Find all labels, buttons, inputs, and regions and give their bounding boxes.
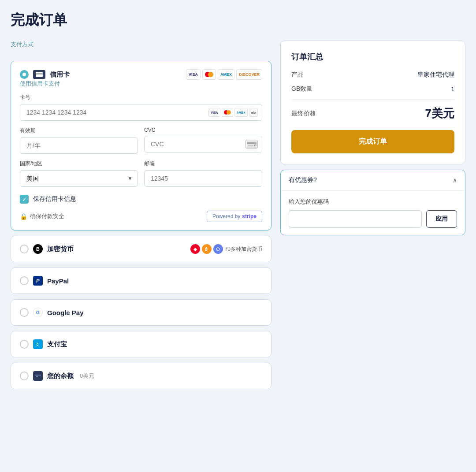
price-row: 最终价格 7美元 <box>291 106 454 121</box>
card-brand-icons: VISA AMEX DISCOVER <box>186 69 262 80</box>
credit-card-radio[interactable] <box>20 70 29 79</box>
price-value: 7美元 <box>425 106 454 121</box>
mini-elo-icon: elo <box>249 108 258 117</box>
crypto-section: B 加密货币 ◆ ₿ ⬡ 70多种加密货币 <box>11 236 271 262</box>
balance-header-left: 您的余额 0美元 <box>20 371 94 381</box>
security-row: 🔒 确保付款安全 Powered by stripe <box>20 211 262 222</box>
balance-radio[interactable] <box>20 372 29 380</box>
mini-visa-icon: VISA <box>208 108 220 117</box>
google-pay-section: G Google Pay <box>11 299 271 326</box>
zip-group: 邮编 <box>144 160 262 187</box>
zip-label: 邮编 <box>144 160 262 167</box>
expiry-group: 有效期 <box>20 127 138 154</box>
google-pay-header: G Google Pay <box>20 308 262 317</box>
crypto-icons-group: ◆ ₿ ⬡ 70多种加密货币 <box>190 244 262 254</box>
stripe-brand-label: stripe <box>242 213 257 219</box>
cvc-wrapper: 133 <box>144 136 262 152</box>
save-card-row: ✓ 保存信用卡信息 <box>20 195 262 204</box>
credit-card-label: 信用卡 <box>50 71 70 79</box>
order-summary-card: 订单汇总 产品 皇家住宅代理 GB数量 1 最终价格 7美元 完成订单 <box>280 41 465 164</box>
mini-amex-icon: AMEX <box>234 108 248 117</box>
alipay-icon: 支 <box>33 339 43 349</box>
cvc-input[interactable] <box>144 136 262 152</box>
country-zip-row: 国家/地区 美国 中国 日本 ▼ 邮编 <box>20 160 262 193</box>
country-group: 国家/地区 美国 中国 日本 ▼ <box>20 160 138 187</box>
credit-card-header: 信用卡 VISA AMEX DISCOVER <box>20 69 262 80</box>
alipay-section: 支 支付宝 <box>11 331 271 357</box>
payment-section-label: 支付方式 <box>11 41 271 48</box>
google-pay-radio[interactable] <box>20 308 29 317</box>
gb-row: GB数量 1 <box>291 85 454 93</box>
card-number-wrapper: VISA AMEX elo <box>20 104 262 121</box>
gb-value: 1 <box>451 85 454 93</box>
paypal-section: P PayPal <box>11 268 271 294</box>
coupon-label: 有优惠券? <box>289 176 317 184</box>
order-summary-title: 订单汇总 <box>291 52 454 62</box>
coupon-input-label: 输入您的优惠码 <box>289 198 457 206</box>
zip-input[interactable] <box>144 170 262 187</box>
product-label: 产品 <box>291 71 304 79</box>
save-card-checkbox[interactable]: ✓ <box>20 195 29 204</box>
svg-rect-8 <box>35 375 41 376</box>
google-pay-label: Google Pay <box>47 309 84 316</box>
security-text-group: 🔒 确保付款安全 <box>20 212 64 220</box>
country-select[interactable]: 美国 中国 日本 <box>20 170 138 187</box>
svg-text:支: 支 <box>35 342 40 347</box>
eth-icon: ⬡ <box>213 244 223 254</box>
cvc-label: CVC <box>144 127 262 133</box>
coupon-input-row: 应用 <box>289 210 457 228</box>
security-text: 确保付款安全 <box>30 212 64 220</box>
country-select-wrapper: 美国 中国 日本 ▼ <box>20 170 138 187</box>
crypto-radio[interactable] <box>20 245 29 253</box>
balance-icon <box>33 371 43 381</box>
balance-amount: 0美元 <box>80 372 94 380</box>
alipay-header: 支 支付宝 <box>20 339 262 349</box>
discover-icon: DISCOVER <box>236 69 262 80</box>
coupon-card: 有优惠券? ∧ 输入您的优惠码 应用 <box>280 170 465 235</box>
svg-rect-4 <box>248 145 253 146</box>
svg-rect-1 <box>36 73 43 74</box>
crypto-b-icon: B <box>33 244 43 254</box>
cvc-card-icon: 133 <box>245 140 258 149</box>
mastercard-icon <box>202 69 216 80</box>
expiry-cvc-row: 有效期 CVC 133 <box>20 127 262 160</box>
balance-section: 您的余额 0美元 <box>11 363 271 389</box>
expiry-label: 有效期 <box>20 127 138 134</box>
alipay-label: 支付宝 <box>47 340 67 349</box>
paypal-radio[interactable] <box>20 276 29 285</box>
svg-rect-9 <box>36 376 38 377</box>
expiry-input[interactable] <box>20 137 138 154</box>
alipay-radio[interactable] <box>20 340 29 349</box>
credit-card-header-left: 信用卡 <box>20 70 70 79</box>
lock-icon: 🔒 <box>20 213 27 220</box>
credit-card-icon <box>33 70 45 79</box>
apply-coupon-button[interactable]: 应用 <box>426 210 457 228</box>
cvc-group: CVC 133 <box>144 127 262 154</box>
coupon-body: 输入您的优惠码 应用 <box>281 190 465 235</box>
balance-header: 您的余额 0美元 <box>20 371 262 381</box>
stripe-badge: Powered by stripe <box>207 211 262 222</box>
price-label: 最终价格 <box>291 110 316 118</box>
main-layout: 支付方式 信用卡 VISA <box>11 41 465 389</box>
coupon-header[interactable]: 有优惠券? ∧ <box>281 170 465 190</box>
crypto-header: B 加密货币 ◆ ₿ ⬡ 70多种加密货币 <box>20 244 262 254</box>
country-label: 国家/地区 <box>20 160 138 167</box>
payment-panel: 支付方式 信用卡 VISA <box>11 41 271 389</box>
crypto-note: 70多种加密货币 <box>225 245 262 253</box>
visa-icon: VISA <box>186 69 201 80</box>
order-divider <box>291 99 454 100</box>
product-value: 皇家住宅代理 <box>417 71 454 79</box>
coupon-input[interactable] <box>289 210 422 228</box>
product-row: 产品 皇家住宅代理 <box>291 71 454 79</box>
coupon-chevron-icon: ∧ <box>453 177 457 184</box>
gb-label: GB数量 <box>291 85 312 93</box>
complete-order-button[interactable]: 完成订单 <box>291 130 454 153</box>
btc-icon: ₿ <box>202 244 212 254</box>
save-card-label: 保存信用卡信息 <box>33 195 76 203</box>
card-icons-inside: VISA AMEX elo <box>208 108 258 117</box>
paypal-header-left: P PayPal <box>20 276 69 286</box>
card-number-label: 卡号 <box>20 94 262 101</box>
credit-card-section: 信用卡 VISA AMEX DISCOVER 使用信用卡支付 卡号 <box>11 61 271 230</box>
svg-text:133: 133 <box>254 144 257 147</box>
page-title: 完成订单 <box>11 11 465 30</box>
